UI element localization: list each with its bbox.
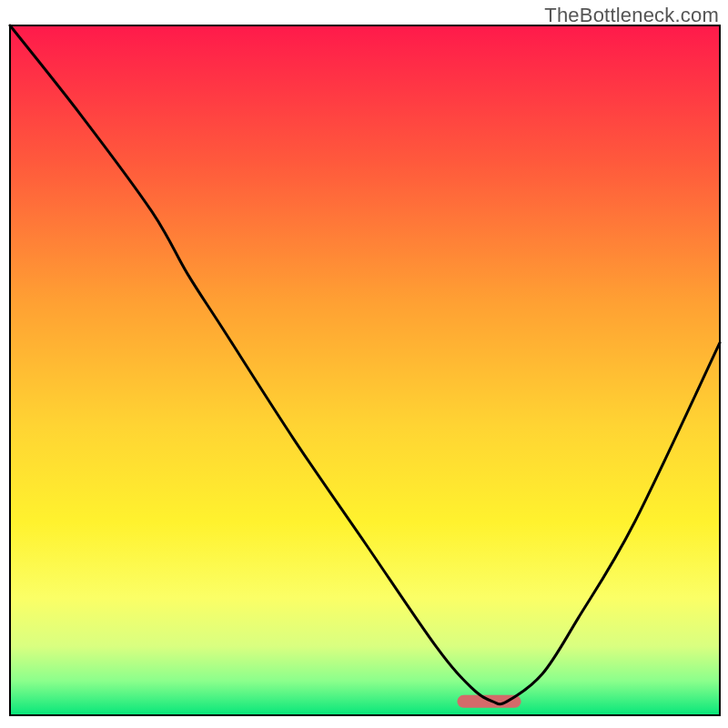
chart-background — [10, 25, 720, 715]
chart-canvas — [0, 0, 728, 728]
bottleneck-chart: TheBottleneck.com — [0, 0, 728, 728]
watermark-text: TheBottleneck.com — [544, 4, 719, 27]
